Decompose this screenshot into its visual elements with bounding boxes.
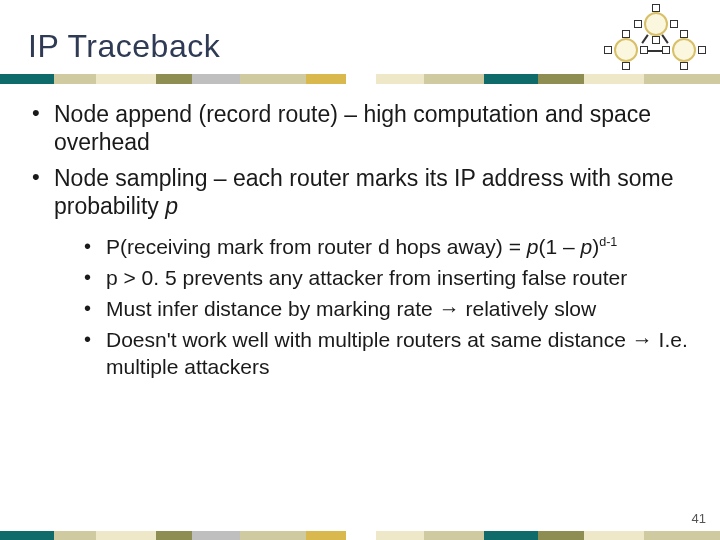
slide-body: Node append (record route) – high comput… xyxy=(28,100,692,389)
bullet-item: P(receiving mark from router d hops away… xyxy=(80,234,692,261)
bullet-item: Must infer distance by marking rate → re… xyxy=(80,296,692,323)
bullet-item: p > 0. 5 prevents any attacker from inse… xyxy=(80,265,692,292)
bullet-list-level2: P(receiving mark from router d hops away… xyxy=(80,234,692,380)
arrow-right-icon: → xyxy=(632,328,653,351)
bullet-list-level1: Node append (record route) – high comput… xyxy=(28,100,692,381)
slide: IP Traceback N xyxy=(0,0,720,540)
bullet-item: Node sampling – each router marks its IP… xyxy=(28,164,692,380)
bullet-item: Node append (record route) – high comput… xyxy=(28,100,692,156)
network-diagram-icon xyxy=(602,4,708,70)
page-number: 41 xyxy=(692,511,706,526)
bullet-item: Doesn't work well with multiple routers … xyxy=(80,327,692,381)
accent-band-bottom xyxy=(0,531,720,540)
slide-title: IP Traceback xyxy=(28,28,220,65)
accent-band-top xyxy=(0,74,720,84)
arrow-right-icon: → xyxy=(439,297,460,320)
